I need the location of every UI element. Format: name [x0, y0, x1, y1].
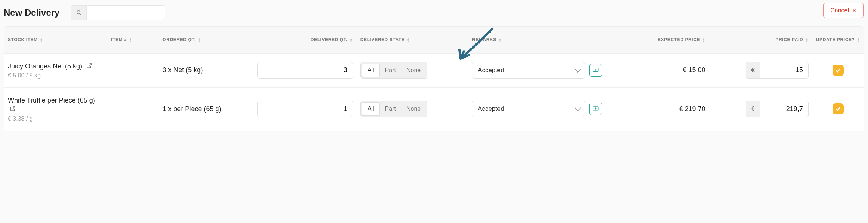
close-icon [852, 8, 856, 13]
search-box[interactable] [71, 5, 165, 20]
stock-item-name: Juicy Oranges Net (5 kg) [8, 62, 103, 71]
col-price-paid[interactable]: PRICE PAID▲▼ [709, 27, 812, 53]
table-row: Juicy Oranges Net (5 kg) € 5.00 / 5 kg 3 [4, 53, 864, 87]
svg-point-0 [77, 11, 80, 14]
currency-prefix: € [746, 62, 760, 79]
col-delivered-qt[interactable]: DELIVERED QT.▲▼ [254, 27, 357, 53]
state-none-button[interactable]: None [401, 64, 426, 77]
sort-icon: ▲▼ [499, 37, 502, 43]
sort-icon: ▲▼ [40, 37, 43, 43]
external-link-icon[interactable] [86, 62, 92, 70]
remarks-select[interactable]: Accepted [472, 101, 585, 117]
stock-item-price-unit: € 3.38 / g [8, 116, 103, 122]
col-item-no[interactable]: ITEM #▲▼ [107, 27, 159, 53]
ordered-qt: 1 x per Piece (65 g) [162, 105, 249, 113]
message-plus-icon [592, 106, 599, 112]
price-paid-input[interactable] [760, 101, 809, 117]
col-stock-item[interactable]: STOCK ITEM▲▼ [4, 27, 107, 53]
state-all-button[interactable]: All [362, 102, 380, 116]
remarks-select[interactable]: Accepted [472, 62, 585, 79]
sort-icon: ▲▼ [198, 37, 201, 43]
col-delivered-state[interactable]: DELIVERED STATE▲▼ [357, 27, 468, 53]
state-part-button[interactable]: Part [380, 102, 401, 116]
table-row: White Truffle per Piece (65 g) € 3.38 / … [4, 88, 864, 131]
delivered-state-toggle[interactable]: All Part None [360, 101, 427, 117]
ordered-qt: 3 x Net (5 kg) [162, 66, 249, 74]
state-part-button[interactable]: Part [380, 64, 401, 77]
state-all-button[interactable]: All [362, 64, 380, 77]
sort-icon: ▲▼ [350, 37, 353, 43]
item-number [107, 53, 159, 87]
delivered-qt-input[interactable] [257, 101, 353, 117]
update-price-toggle[interactable] [833, 65, 844, 76]
stock-item-price-unit: € 5.00 / 5 kg [8, 72, 103, 79]
col-expected-price[interactable]: EXPECTED PRICE▲▼ [606, 27, 709, 53]
expected-price: € 219.70 [610, 105, 705, 113]
sort-icon: ▲▼ [805, 37, 809, 43]
cancel-label: Cancel [830, 7, 849, 14]
add-remark-button[interactable] [589, 103, 602, 115]
add-remark-button[interactable] [589, 64, 602, 77]
search-icon [71, 6, 87, 20]
sort-icon: ▲▼ [702, 37, 706, 43]
check-icon [835, 106, 841, 112]
remarks-selected: Accepted [478, 105, 504, 113]
check-icon [835, 67, 841, 73]
external-link-icon[interactable] [10, 106, 16, 113]
delivered-state-toggle[interactable]: All Part None [360, 62, 427, 79]
message-plus-icon [592, 67, 599, 74]
delivered-qt-input[interactable] [257, 62, 353, 79]
cancel-button[interactable]: Cancel [823, 3, 864, 18]
col-remarks[interactable]: REMARKS▲▼ [468, 27, 606, 53]
sort-icon: ▲▼ [129, 37, 133, 43]
update-price-toggle[interactable] [833, 103, 844, 114]
expected-price: € 15.00 [610, 66, 705, 74]
price-paid-input[interactable] [760, 62, 809, 79]
currency-prefix: € [746, 101, 760, 117]
sort-icon: ▲▼ [857, 37, 860, 43]
remarks-selected: Accepted [478, 67, 504, 74]
sort-icon: ▲▼ [407, 37, 410, 43]
page-title: New Delivery [4, 7, 59, 18]
stock-item-name: White Truffle per Piece (65 g) [8, 96, 103, 114]
col-ordered-qt[interactable]: ORDERED QT.▲▼ [159, 27, 253, 53]
svg-line-1 [80, 13, 81, 15]
delivery-table: STOCK ITEM▲▼ ITEM #▲▼ ORDERED QT.▲▼ DELI… [4, 26, 864, 131]
col-update-price[interactable]: UPDATE PRICE?▲▼ [812, 27, 864, 53]
search-input[interactable] [87, 6, 165, 20]
item-number [107, 88, 159, 131]
state-none-button[interactable]: None [401, 102, 426, 116]
